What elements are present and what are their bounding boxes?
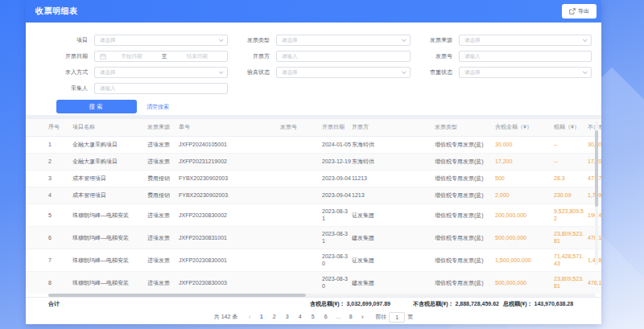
cell-amount-excl: 476,190,476.19 (588, 271, 601, 294)
cell-issuer: 建发集团 (352, 226, 435, 249)
chevron-down-icon (583, 69, 588, 74)
cell-source: 费用报销 (147, 187, 179, 204)
cell-project: 金融大厦采购项目 (72, 153, 147, 170)
cell-amount-incl: 1,500,000,000 (495, 249, 554, 271)
invoice-date-range-picker[interactable]: 开始日期 至 结束日期 (94, 51, 228, 62)
cell-date: 2023-08-31 (322, 204, 352, 226)
col-no: 序号 (26, 119, 72, 136)
page-number-last[interactable]: 8 (345, 311, 356, 323)
cell-order-no: JXFP20230831001 (179, 226, 280, 249)
cell-date: 2023-12-19 (322, 153, 352, 170)
cell-issuer: 建发集团 (352, 271, 435, 294)
export-button[interactable]: 导出 (562, 4, 597, 19)
cell-source: 进项发票 (147, 249, 179, 271)
table-row: 2 金融大厦采购项目 进项发票 JXFP20231219002 2023-12-… (26, 153, 601, 170)
cell-tax: 23,809,523.81 (554, 226, 588, 249)
col-amount-incl: 含税金额（¥） (495, 119, 554, 136)
cell-no: 6 (26, 226, 72, 249)
export-button-label: 导出 (578, 7, 589, 15)
page-number[interactable]: 2 (269, 311, 279, 323)
page-ellipsis[interactable]: ... (333, 311, 343, 323)
invoice-no-input-wrap[interactable]: 请输入 (459, 51, 592, 62)
summary-incl-tax: 含税总额(¥)： 3,032,699,097.89 (310, 298, 390, 310)
cell-type: 增值税专用发票(蓝) (435, 153, 495, 170)
chevron-down-icon (583, 37, 588, 42)
col-project: 项目名称 (72, 119, 147, 136)
cell-date: 2023-08-30 (322, 271, 352, 294)
app-window: 收票明细表 导出 项目 请选择 发票类型 请选择 发票来源 请选择 (26, 0, 601, 324)
cell-invoice-no (280, 170, 322, 187)
chevron-down-icon (402, 69, 407, 74)
cell-type: 增值税专用发票(蓝) (435, 204, 495, 226)
vertical-scrollbar[interactable] (595, 121, 598, 265)
cell-project: 成本管理项目 (72, 170, 147, 187)
issuer-input-wrap[interactable]: 请输入 (276, 51, 411, 62)
page-number[interactable]: 4 (295, 311, 305, 323)
invoice-table: 序号 项目名称 发票来源 单号 发票号 开票日期 开票方 发票类型 含税金额（¥… (26, 119, 601, 294)
calendar-icon (100, 53, 106, 60)
col-tax: 税额（¥） (554, 119, 588, 136)
cell-amount-incl: 17,200 (495, 153, 554, 170)
invoice-type-select[interactable]: 请选择 (276, 35, 411, 46)
cell-amount-incl: 500 (495, 170, 554, 187)
dup-status-select[interactable]: 请选择 (459, 67, 592, 78)
table-header-row: 序号 项目名称 发票来源 单号 发票号 开票日期 开票方 发票类型 含税金额（¥… (26, 119, 601, 136)
cell-issuer: 东海特供 (352, 153, 435, 170)
cell-type: 增值税专用发票(蓝) (435, 136, 495, 153)
cell-order-no: JXFP20230830003 (179, 271, 280, 294)
cell-tax: 28.3 (554, 170, 588, 187)
cell-type: 增值税专用发票(蓝) (435, 187, 495, 204)
cell-order-no: FYBX20230902003 (179, 170, 280, 187)
cell-issuer: 证发集团 (352, 249, 435, 271)
filter-label-invoice-date: 开票日期 (26, 51, 94, 62)
filter-label-project: 项目 (26, 35, 94, 46)
cell-date: 2024-01-05 (322, 136, 352, 153)
next-page-icon[interactable]: › (358, 311, 366, 323)
filter-label-issuer: 开票方 (228, 51, 276, 62)
cell-no: 5 (26, 204, 72, 226)
cell-tax: 9,523,809.52 (554, 204, 588, 226)
filter-label-dup-status: 查重状态 (411, 67, 459, 78)
page-number[interactable]: 3 (282, 311, 292, 323)
table-row: 6 珠穆朗玛峰—电梯安装 进项发票 JXFP20230831001 2023-0… (26, 226, 601, 249)
cell-project: 珠穆朗玛峰—电梯安装 (72, 249, 147, 271)
page-number[interactable]: 5 (308, 311, 318, 323)
cell-project: 珠穆朗玛峰—电梯安装 (72, 226, 147, 249)
entry-method-select[interactable]: 请选择 (94, 67, 228, 78)
jump-page-suffix: 页 (407, 313, 413, 321)
date-start-placeholder: 开始日期 (106, 53, 157, 60)
cell-issuer: 证发集团 (352, 204, 435, 226)
cell-amount-incl: 30,000 (495, 136, 554, 153)
cell-invoice-no (280, 153, 322, 170)
filter-panel: 项目 请选择 发票类型 请选择 发票来源 请选择 开票日期 开始日期 至 (26, 23, 601, 115)
cell-no: 4 (26, 187, 72, 204)
page-number[interactable]: 6 (320, 311, 331, 323)
jump-page-input[interactable] (389, 312, 405, 323)
invoice-source-select[interactable]: 请选择 (459, 35, 592, 46)
summary-excl-tax: 不含税总额(¥)： 2,888,728,459.62 (413, 298, 499, 310)
verify-status-select[interactable]: 请选择 (276, 67, 411, 78)
cell-invoice-no (280, 249, 322, 271)
cell-no: 7 (26, 249, 72, 271)
cell-amount-incl: 2,000 (495, 187, 554, 204)
cell-project: 成本管理项目 (72, 187, 147, 204)
cell-type: 增值税专用发票(蓝) (435, 249, 495, 271)
collector-input-wrap[interactable]: 请输入 (94, 83, 228, 94)
col-date: 开票日期 (322, 119, 352, 136)
date-separator: 至 (157, 53, 172, 60)
project-select[interactable]: 请选择 (94, 35, 228, 46)
table-row: 7 珠穆朗玛峰—电梯安装 进项发票 JXFP20230830001 2023-0… (26, 249, 601, 271)
pagination-bar: 共 142 条 ‹ 123456 ... 8 › 前往 页 (26, 310, 601, 324)
cell-order-no: FYBX20230902003 (179, 187, 280, 204)
clear-search-link[interactable]: 清空搜索 (147, 103, 169, 111)
vertical-scrollbar-thumb[interactable] (595, 130, 598, 207)
cell-invoice-no (280, 136, 322, 153)
filter-label-invoice-type: 发票类型 (228, 35, 276, 46)
summary-row: 合计 含税总额(¥)： 3,032,699,097.89 不含税总额(¥)： 2… (26, 297, 601, 310)
search-button[interactable]: 搜索 (56, 100, 137, 113)
cell-source: 进项发票 (147, 136, 179, 153)
prev-page-icon[interactable]: ‹ (246, 311, 254, 323)
page-number[interactable]: 1 (256, 311, 266, 323)
chevron-down-icon (219, 37, 224, 42)
cell-tax: 71,428,571.43 (554, 249, 588, 271)
